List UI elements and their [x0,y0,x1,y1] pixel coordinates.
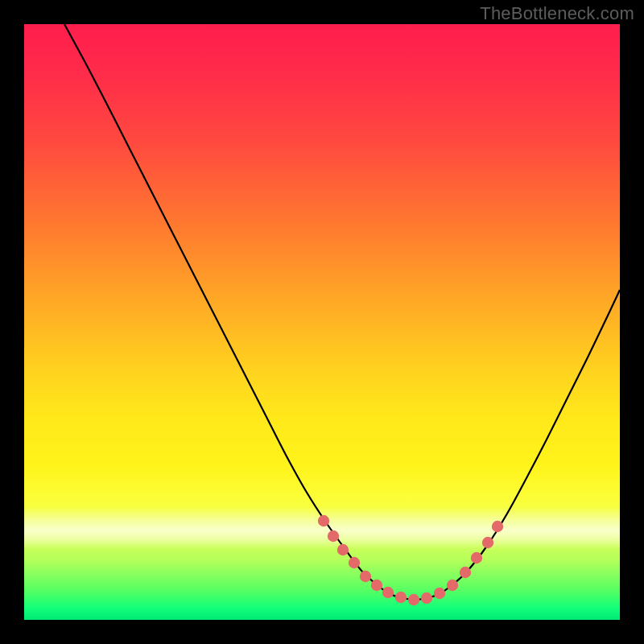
watermark-text: TheBottleneck.com [480,3,634,24]
chart-stage: TheBottleneck.com [0,0,644,644]
plot-gradient-area [24,24,620,620]
